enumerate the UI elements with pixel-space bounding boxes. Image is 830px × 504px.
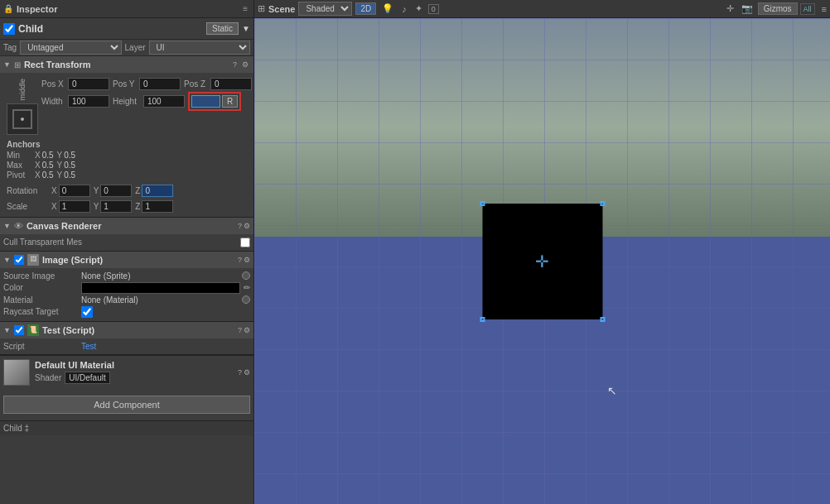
canvas-renderer-visibility-icon[interactable]: 👁: [14, 221, 23, 231]
test-script-title: Test (Script): [42, 325, 234, 335]
scale-y-input[interactable]: [100, 200, 132, 213]
image-script-info-icon[interactable]: ?: [238, 256, 242, 264]
scene-sound-icon[interactable]: ♪: [399, 3, 409, 15]
pivot-x-value: 0.5: [42, 170, 54, 180]
scene-lights-icon[interactable]: 💡: [379, 2, 396, 15]
lock-icon[interactable]: 🔒: [3, 4, 13, 13]
r-button[interactable]: R: [222, 95, 238, 108]
image-script-settings-icon[interactable]: ⚙: [244, 256, 250, 264]
scene-2d-button[interactable]: 2D: [355, 2, 376, 15]
bp-input[interactable]: [191, 95, 220, 108]
rotation-z-axis: Z: [135, 186, 140, 195]
rect-transform-header[interactable]: ▼ ⊞ Rect Transform ? ⚙: [0, 56, 253, 73]
rotation-label: Rotation: [7, 186, 48, 195]
rect-transform-info-icon[interactable]: ?: [231, 60, 239, 70]
rotation-row: Rotation X Y Z: [3, 184, 250, 198]
scene-viewport[interactable]: ✛ ↖: [254, 18, 830, 504]
pos-y-field: Pos Y: [113, 78, 181, 90]
color-row: Color ✏: [3, 281, 250, 295]
scene-vfx-icon[interactable]: ✦: [413, 2, 425, 15]
rect-transform-section: ▼ ⊞ Rect Transform ? ⚙ middle: [0, 56, 253, 218]
scene-panel-menu-icon[interactable]: ≡: [822, 4, 827, 14]
source-image-row: Source Image None (Sprite): [3, 271, 250, 281]
scene-camera-icon[interactable]: 📷: [739, 2, 755, 15]
wh-row: Width Height R: [41, 92, 252, 111]
rotation-y-axis: Y: [94, 186, 99, 195]
add-component-button[interactable]: Add Component: [3, 396, 250, 414]
color-edit-icon[interactable]: ✏: [244, 283, 250, 292]
handle-top-right[interactable]: [600, 201, 605, 206]
rotation-z-input[interactable]: [142, 185, 173, 197]
test-script-settings-icon[interactable]: ⚙: [244, 326, 250, 334]
test-script-active-checkbox[interactable]: [14, 325, 24, 335]
color-picker[interactable]: [81, 282, 240, 294]
anchor-dot: [21, 118, 24, 121]
scene-counter-icon[interactable]: 0: [428, 4, 439, 14]
handle-bottom-left[interactable]: [480, 317, 485, 322]
object-active-checkbox[interactable]: [3, 23, 15, 35]
image-script-active-checkbox[interactable]: [14, 255, 24, 265]
cull-transparent-checkbox[interactable]: [240, 238, 250, 247]
pivot-y-label: Y: [57, 170, 63, 180]
scale-z-input[interactable]: [142, 200, 173, 213]
rect-transform-body: middle Pos X: [0, 73, 253, 217]
handle-top-left[interactable]: [480, 201, 485, 206]
canvas-renderer-settings-icon[interactable]: ⚙: [244, 222, 250, 230]
pos-x-label: Pos X: [41, 79, 66, 89]
scene-shaded-dropdown[interactable]: Shaded: [298, 2, 352, 16]
height-input[interactable]: [143, 95, 185, 108]
handle-bottom-right[interactable]: [600, 317, 605, 322]
source-image-value: None (Sprite): [81, 271, 239, 281]
rotation-x-input[interactable]: [59, 185, 90, 197]
scale-x-input[interactable]: [59, 200, 90, 213]
raycast-checkbox[interactable]: [81, 306, 93, 318]
scene-grid-icon: ⊞: [258, 3, 265, 14]
canvas-renderer-info-icon[interactable]: ?: [238, 222, 242, 230]
height-field: Height: [113, 95, 185, 108]
middle-fields: Pos X Pos Y Pos Z: [41, 78, 252, 111]
canvas-renderer-header[interactable]: ▼ 👁 Canvas Renderer ? ⚙: [0, 218, 253, 234]
gizmos-button[interactable]: Gizmos: [758, 2, 798, 15]
inspector-menu-btn[interactable]: ≡: [240, 3, 250, 14]
scale-y-axis: Y: [94, 202, 99, 211]
pivot-y-pair: Y 0.5: [57, 170, 76, 180]
pos-x-input[interactable]: [68, 78, 109, 90]
static-badge: Static: [206, 22, 239, 35]
anchor-pivot-coords: X 0.5 Y 0.5: [35, 170, 75, 180]
rotation-fields: X Y Z: [51, 185, 173, 197]
scale-row: Scale X Y Z: [3, 199, 250, 214]
image-script-section: ▼ 🖼 Image (Script) ? ⚙ Source Image None…: [0, 252, 253, 322]
tag-dropdown[interactable]: Untagged: [20, 41, 121, 55]
material-label: Material: [3, 295, 78, 305]
test-script-info-icon[interactable]: ?: [238, 326, 242, 334]
gizmos-all-icon[interactable]: All: [800, 3, 815, 15]
rect-transform-title: Rect Transform: [24, 60, 228, 70]
pos-z-input[interactable]: [210, 78, 252, 90]
pos-y-input[interactable]: [139, 78, 181, 90]
static-dropdown-arrow[interactable]: ▼: [242, 24, 250, 33]
scene-move-icon[interactable]: ✛: [724, 2, 736, 15]
rotation-x-axis: X: [51, 186, 57, 195]
canvas-renderer-icons: ? ⚙: [238, 222, 250, 230]
add-component-area: Add Component: [0, 389, 253, 420]
image-script-body: Source Image None (Sprite) Color ✏ Mater…: [0, 268, 253, 321]
middle-section: middle Pos X: [3, 76, 250, 137]
material-info-icon[interactable]: ?: [238, 368, 242, 377]
source-image-picker-btn[interactable]: [242, 271, 250, 280]
material-value: None (Material): [81, 295, 239, 305]
default-material-section: Default UI Material Shader UI/Default ? …: [0, 355, 253, 389]
material-settings-icon[interactable]: ⚙: [244, 368, 250, 377]
test-script-header[interactable]: ▼ 📜 Test (Script) ? ⚙: [0, 322, 253, 338]
width-input[interactable]: [68, 95, 109, 108]
pos-row: Pos X Pos Y Pos Z: [41, 78, 252, 90]
pos-y-label: Pos Y: [113, 79, 138, 89]
material-picker-btn[interactable]: [242, 295, 250, 304]
layer-dropdown[interactable]: UI: [149, 41, 250, 55]
material-icons: ? ⚙: [238, 368, 250, 377]
image-script-header[interactable]: ▼ 🖼 Image (Script) ? ⚙: [0, 252, 253, 268]
canvas-object[interactable]: ✛: [482, 204, 602, 319]
rect-transform-settings-icon[interactable]: ⚙: [240, 60, 250, 70]
anchor-max-x-label: X: [35, 161, 41, 170]
rotation-y-input[interactable]: [100, 185, 132, 197]
anchor-widget[interactable]: [7, 103, 38, 135]
